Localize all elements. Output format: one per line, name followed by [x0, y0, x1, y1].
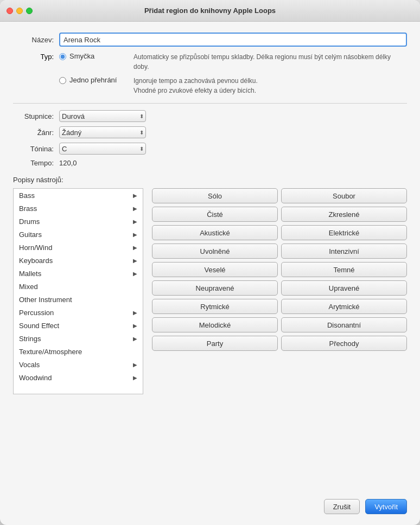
- loop-label: Smyčka: [69, 52, 124, 60]
- type-section: Typ: Smyčka Automaticky se přizpůsobí te…: [13, 52, 407, 95]
- window-title: Přidat region do knihovny Apple Loops: [144, 7, 276, 15]
- list-item[interactable]: Brass▶: [14, 202, 143, 215]
- submenu-arrow-icon: ▶: [133, 206, 137, 212]
- submenu-arrow-icon: ▶: [133, 362, 137, 368]
- submenu-arrow-icon: ▶: [133, 310, 137, 316]
- loop-desc: Automaticky se přizpůsobí tempu skladby.…: [133, 52, 407, 72]
- tags-section: SóloSouborČistéZkreslenéAkustickéElektri…: [152, 188, 407, 351]
- submenu-arrow-icon: ▶: [133, 245, 137, 251]
- list-item[interactable]: Other Instrument: [14, 293, 143, 306]
- tag-button-arrhythmic[interactable]: Arytmické: [281, 299, 407, 314]
- main-window: Přidat region do knihovny Apple Loops Ná…: [0, 0, 420, 525]
- scale-label: Stupnice:: [13, 112, 54, 120]
- traffic-lights: [7, 8, 33, 14]
- type-loop-row: Typ: Smyčka Automaticky se přizpůsobí te…: [13, 52, 407, 72]
- list-item[interactable]: Texture/Atmosphere: [14, 345, 143, 358]
- tag-button-dark[interactable]: Temné: [281, 262, 407, 277]
- tag-button-cheerful[interactable]: Veselé: [152, 262, 278, 277]
- scale-select[interactable]: Durová Mollová Žádná: [59, 110, 146, 122]
- key-row: Tónina: C C# D D# E F F# G G# A A# B: [13, 143, 407, 155]
- genre-label: Žánr:: [13, 129, 54, 137]
- scale-select-wrapper: Durová Mollová Žádná: [59, 110, 146, 122]
- submenu-arrow-icon: ▶: [133, 375, 137, 381]
- content-area: Název: Typ: Smyčka Automaticky se přizpů…: [0, 22, 420, 492]
- loop-radio[interactable]: [59, 53, 66, 60]
- list-item[interactable]: Woodwind▶: [14, 371, 143, 384]
- list-item[interactable]: Vocals▶: [14, 358, 143, 371]
- genre-select[interactable]: Žádný Rock Pop Jazz: [59, 126, 146, 138]
- genre-row: Žánr: Žádný Rock Pop Jazz: [13, 126, 407, 138]
- tag-button-processed[interactable]: Upravené: [281, 280, 407, 296]
- tag-button-dry[interactable]: Neupravené: [152, 280, 278, 296]
- genre-select-wrapper: Žádný Rock Pop Jazz: [59, 126, 146, 138]
- tag-button-melodic[interactable]: Melodické: [152, 317, 278, 332]
- name-label: Název:: [13, 36, 54, 44]
- tempo-value: 120,0: [59, 159, 77, 167]
- submenu-arrow-icon: ▶: [133, 232, 137, 238]
- list-item[interactable]: Horn/Wind▶: [14, 241, 143, 254]
- list-item[interactable]: Mixed: [14, 280, 143, 293]
- submenu-arrow-icon: ▶: [133, 193, 137, 199]
- oneshot-option: Jedno přehrání Ignoruje tempo a zachováv…: [59, 76, 258, 95]
- oneshot-radio[interactable]: [59, 77, 66, 84]
- oneshot-label: Jedno přehrání: [69, 76, 124, 84]
- footer: Zrušit Vytvořit: [0, 492, 420, 525]
- cancel-button[interactable]: Zrušit: [324, 499, 360, 514]
- tag-button-acoustic[interactable]: Akustické: [152, 225, 278, 240]
- tag-button-electric[interactable]: Elektrické: [281, 225, 407, 240]
- name-input[interactable]: [59, 33, 407, 47]
- scale-row: Stupnice: Durová Mollová Žádná: [13, 110, 407, 122]
- titlebar: Přidat region do knihovny Apple Loops: [0, 0, 420, 22]
- tag-button-party[interactable]: Party: [152, 336, 278, 351]
- key-select-wrapper: C C# D D# E F F# G G# A A# B: [59, 143, 146, 155]
- maximize-button[interactable]: [26, 8, 33, 14]
- submenu-arrow-icon: ▶: [133, 336, 137, 342]
- submenu-arrow-icon: ▶: [133, 323, 137, 329]
- submenu-arrow-icon: ▶: [133, 258, 137, 264]
- tempo-label: Tempo:: [13, 159, 54, 167]
- minimize-button[interactable]: [16, 8, 23, 14]
- list-item[interactable]: Drums▶: [14, 215, 143, 228]
- tag-button-clean[interactable]: Čisté: [152, 207, 278, 222]
- bottom-section: Bass▶Brass▶Drums▶Guitars▶Horn/Wind▶Keybo…: [13, 188, 407, 394]
- list-item[interactable]: Strings▶: [14, 332, 143, 345]
- list-item[interactable]: Mallets▶: [14, 267, 143, 280]
- key-label: Tónina:: [13, 145, 54, 153]
- tag-button-relaxed[interactable]: Uvolněné: [152, 244, 278, 259]
- list-item[interactable]: Sound Effect▶: [14, 319, 143, 332]
- tag-button-distorted[interactable]: Zkreslené: [281, 207, 407, 222]
- create-button[interactable]: Vytvořit: [365, 499, 407, 514]
- close-button[interactable]: [7, 8, 13, 14]
- list-item[interactable]: Guitars▶: [14, 228, 143, 241]
- oneshot-desc: Ignoruje tempo a zachovává pevnou délku.…: [133, 76, 258, 95]
- list-item[interactable]: Bass▶: [14, 189, 143, 202]
- name-row: Název:: [13, 33, 407, 47]
- instruments-section-title: Popisy nástrojů:: [13, 176, 407, 184]
- type-oneshot-row: Jedno přehrání Ignoruje tempo a zachováv…: [13, 76, 407, 95]
- tag-button-transitions[interactable]: Přechody: [281, 336, 407, 351]
- instrument-list: Bass▶Brass▶Drums▶Guitars▶Horn/Wind▶Keybo…: [13, 188, 143, 394]
- tag-button-ensemble[interactable]: Soubor: [281, 188, 407, 203]
- submenu-arrow-icon: ▶: [133, 219, 137, 225]
- tag-button-rhythmic[interactable]: Rytmické: [152, 299, 278, 314]
- key-select[interactable]: C C# D D# E F F# G G# A A# B: [59, 143, 146, 155]
- tag-button-solo[interactable]: Sólo: [152, 188, 278, 203]
- list-item[interactable]: Keyboards▶: [14, 254, 143, 267]
- type-label: Typ:: [40, 53, 54, 61]
- tag-button-intense[interactable]: Intenzivní: [281, 244, 407, 259]
- submenu-arrow-icon: ▶: [133, 271, 137, 277]
- tempo-row: Tempo: 120,0: [13, 159, 407, 167]
- list-item[interactable]: Percussion▶: [14, 306, 143, 319]
- tag-button-dissonant[interactable]: Disonantní: [281, 317, 407, 332]
- loop-option: Smyčka Automaticky se přizpůsobí tempu s…: [59, 52, 407, 72]
